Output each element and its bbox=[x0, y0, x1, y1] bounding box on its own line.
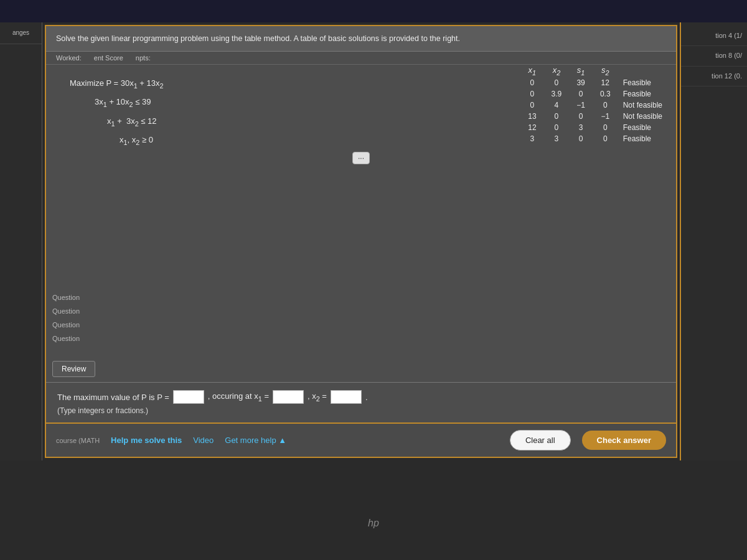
col-header-status bbox=[618, 65, 670, 77]
table-row: 13 0 0 −1 Not feasible bbox=[520, 111, 670, 122]
cell-s2: 12 bbox=[593, 77, 618, 88]
course-label: course (MATH bbox=[56, 437, 100, 444]
p-value-input[interactable] bbox=[173, 390, 204, 404]
cell-s2: −1 bbox=[593, 111, 618, 122]
cell-status: Feasible bbox=[618, 133, 670, 144]
col-header-x1: x1 bbox=[520, 65, 543, 77]
cell-s2: 0 bbox=[593, 122, 618, 133]
answer-text-middle1: , occuring at x1 = bbox=[208, 391, 269, 403]
cell-x1: 12 bbox=[520, 122, 543, 133]
pts-label: npts: bbox=[136, 54, 151, 62]
table-row: 0 0 39 12 Feasible bbox=[520, 77, 670, 88]
ellipsis-button[interactable]: ··· bbox=[352, 152, 370, 164]
clear-all-button[interactable]: Clear all bbox=[510, 430, 571, 450]
answer-text-before: The maximum value of P is P = bbox=[57, 393, 169, 402]
nav-left-anges[interactable]: anges bbox=[0, 22, 42, 44]
cell-s1: 39 bbox=[569, 77, 593, 88]
right-navigation: tion 4 (1/ tion 8 (0/ tion 12 (0. bbox=[680, 22, 747, 460]
score-label: ent Score bbox=[94, 54, 123, 62]
cell-x1: 0 bbox=[520, 88, 543, 100]
video-button[interactable]: Video bbox=[193, 436, 214, 445]
cell-s2: 0 bbox=[593, 133, 618, 144]
cell-s1: 0 bbox=[569, 88, 593, 100]
cell-status: Not feasible bbox=[618, 111, 670, 122]
cell-status: Not feasible bbox=[618, 100, 670, 111]
cell-status: Feasible bbox=[618, 88, 670, 100]
answer-text-after: . bbox=[365, 393, 368, 402]
worked-label: Worked: bbox=[56, 54, 82, 62]
cell-x2: 3.9 bbox=[544, 88, 570, 100]
question-item-4[interactable]: Question bbox=[46, 332, 86, 345]
problem-area: Maximize P = 30x1 + 13x2 3x1 + 10x2 ≤ 39… bbox=[46, 65, 676, 382]
instruction-text: Solve the given linear programming probl… bbox=[56, 32, 666, 45]
answer-note: (Type integers or fractions.) bbox=[57, 406, 665, 415]
cell-status: Feasible bbox=[618, 77, 670, 88]
col-header-s2: s2 bbox=[593, 65, 618, 77]
basic-solutions-table: x1 x2 s1 s2 0 0 39 bbox=[520, 65, 670, 144]
nav-right-tion12[interactable]: tion 12 (0. bbox=[681, 67, 747, 86]
cell-x2: 0 bbox=[544, 77, 570, 88]
nav-right-tion4[interactable]: tion 4 (1/ bbox=[681, 26, 747, 46]
check-answer-button[interactable]: Check answer bbox=[582, 431, 666, 450]
bottom-area: hp bbox=[0, 460, 747, 560]
table-row: 12 0 3 0 Feasible bbox=[520, 122, 670, 133]
question-item-3[interactable]: Question bbox=[46, 319, 86, 331]
cell-s2: 0 bbox=[593, 100, 618, 111]
col-header-x2: x2 bbox=[544, 65, 570, 77]
left-navigation: anges bbox=[0, 22, 42, 460]
nav-right-tion8[interactable]: tion 8 (0/ bbox=[681, 46, 747, 66]
answer-text-middle2: , x2 = bbox=[308, 391, 327, 403]
cell-s1: 0 bbox=[569, 133, 593, 144]
question-item-1[interactable]: Question bbox=[46, 291, 86, 304]
question-header: Solve the given linear programming probl… bbox=[46, 26, 676, 52]
cell-x2: 0 bbox=[544, 122, 570, 133]
hp-logo: hp bbox=[368, 518, 379, 529]
cell-s2: 0.3 bbox=[593, 88, 618, 100]
get-more-help-button[interactable]: Get more help ▲ bbox=[225, 436, 286, 445]
table-row: 3 3 0 0 Feasible bbox=[520, 133, 670, 144]
cell-x2: 4 bbox=[544, 100, 570, 111]
answer-section: The maximum value of P is P = , occuring… bbox=[46, 382, 676, 422]
cell-x1: 0 bbox=[520, 100, 543, 111]
cell-status: Feasible bbox=[618, 122, 670, 133]
table-row: 0 4 −1 0 Not feasible bbox=[520, 100, 670, 111]
cell-x1: 3 bbox=[520, 133, 543, 144]
cell-x1: 0 bbox=[520, 77, 543, 88]
help-me-solve-button[interactable]: Help me solve this bbox=[111, 436, 182, 445]
cell-x2: 0 bbox=[544, 111, 570, 122]
main-content-panel: Solve the given linear programming probl… bbox=[45, 25, 677, 458]
cell-x2: 3 bbox=[544, 133, 570, 144]
cell-s1: 0 bbox=[569, 111, 593, 122]
review-button[interactable]: Review bbox=[52, 361, 95, 377]
x1-value-input[interactable] bbox=[273, 390, 304, 404]
cell-s1: −1 bbox=[569, 100, 593, 111]
x2-value-input[interactable] bbox=[331, 390, 362, 404]
question-item-2[interactable]: Question bbox=[46, 305, 86, 317]
footer-controls: course (MATH Help me solve this Video Ge… bbox=[46, 422, 676, 457]
cell-s1: 3 bbox=[569, 122, 593, 133]
chrome-bar bbox=[0, 0, 747, 22]
table-row: 0 3.9 0 0.3 Feasible bbox=[520, 88, 670, 100]
col-header-s1: s1 bbox=[569, 65, 593, 77]
cell-x1: 13 bbox=[520, 111, 543, 122]
